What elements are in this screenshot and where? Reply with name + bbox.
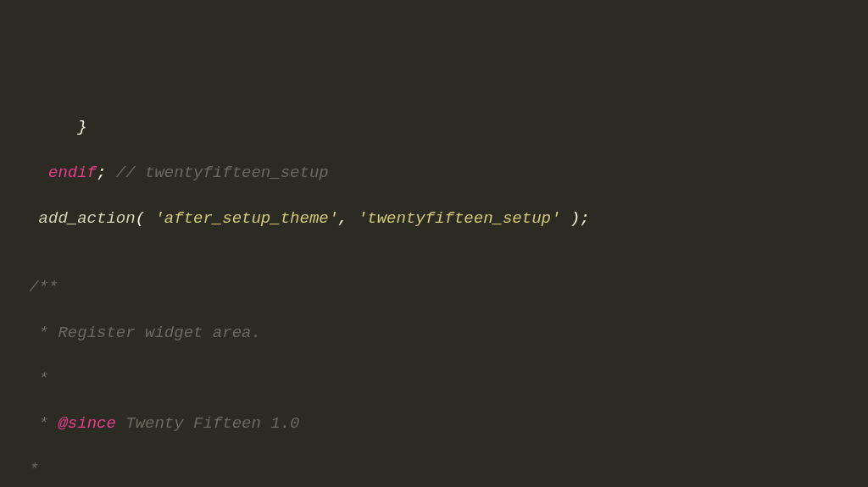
code-editor[interactable]: } endif; // twentyfifteen_setup add_acti…: [0, 93, 868, 487]
code-line: * @since Twenty Fifteen 1.0: [0, 412, 868, 435]
code-line: *: [0, 368, 868, 390]
code-line: add_action( 'after_setup_theme', 'twenty…: [0, 208, 868, 230]
code-line: }: [0, 116, 868, 139]
code-line: /**: [0, 276, 868, 299]
code-line: *: [0, 458, 868, 481]
code-line: endif; // twentyfifteen_setup: [0, 162, 868, 185]
code-line: * Register widget area.: [0, 322, 868, 345]
